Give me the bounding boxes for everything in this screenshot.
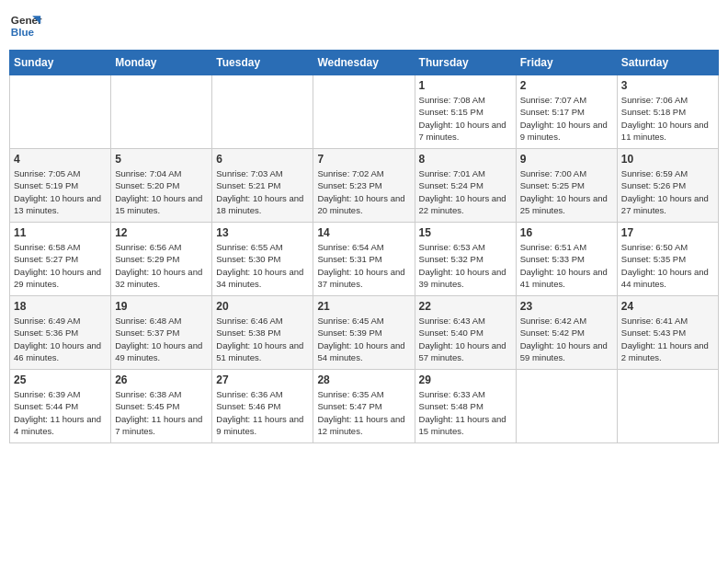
- week-row-1: 4Sunrise: 7:05 AMSunset: 5:19 PMDaylight…: [10, 149, 719, 223]
- day-number: 16: [520, 226, 613, 239]
- day-number: 20: [216, 300, 309, 313]
- calendar-cell: 5Sunrise: 7:04 AMSunset: 5:20 PMDaylight…: [111, 149, 212, 223]
- day-number: 6: [216, 153, 309, 166]
- day-header-thursday: Thursday: [415, 51, 516, 75]
- calendar-cell: 27Sunrise: 6:36 AMSunset: 5:46 PMDayligh…: [212, 370, 313, 443]
- calendar-cell: 12Sunrise: 6:56 AMSunset: 5:29 PMDayligh…: [111, 223, 212, 296]
- calendar-cell: 15Sunrise: 6:53 AMSunset: 5:32 PMDayligh…: [415, 223, 516, 296]
- day-number: 2: [520, 79, 613, 92]
- calendar-cell: [10, 75, 111, 149]
- day-number: 3: [621, 79, 714, 92]
- calendar-cell: 1Sunrise: 7:08 AMSunset: 5:15 PMDaylight…: [415, 75, 516, 149]
- day-info: Sunrise: 6:43 AMSunset: 5:40 PMDaylight:…: [419, 315, 512, 363]
- day-number: 19: [115, 300, 208, 313]
- day-info: Sunrise: 6:38 AMSunset: 5:45 PMDaylight:…: [115, 388, 208, 437]
- day-info: Sunrise: 6:51 AMSunset: 5:33 PMDaylight:…: [520, 241, 613, 290]
- day-info: Sunrise: 6:42 AMSunset: 5:42 PMDaylight:…: [520, 315, 613, 363]
- calendar-cell: [313, 75, 415, 149]
- day-info: Sunrise: 6:45 AMSunset: 5:39 PMDaylight:…: [317, 315, 410, 363]
- calendar-cell: 25Sunrise: 6:39 AMSunset: 5:44 PMDayligh…: [10, 370, 111, 443]
- day-number: 11: [14, 226, 107, 239]
- calendar-cell: 18Sunrise: 6:49 AMSunset: 5:36 PMDayligh…: [10, 296, 111, 370]
- day-info: Sunrise: 6:56 AMSunset: 5:29 PMDaylight:…: [115, 241, 208, 290]
- day-info: Sunrise: 6:48 AMSunset: 5:37 PMDaylight:…: [115, 315, 208, 363]
- day-number: 17: [621, 226, 714, 239]
- calendar-cell: 4Sunrise: 7:05 AMSunset: 5:19 PMDaylight…: [10, 149, 111, 223]
- day-number: 8: [419, 153, 512, 166]
- day-number: 4: [14, 153, 107, 166]
- day-info: Sunrise: 6:53 AMSunset: 5:32 PMDaylight:…: [419, 241, 512, 290]
- calendar-cell: 22Sunrise: 6:43 AMSunset: 5:40 PMDayligh…: [415, 296, 516, 370]
- logo: General Blue: [9, 9, 42, 42]
- day-number: 22: [419, 300, 512, 313]
- day-info: Sunrise: 6:59 AMSunset: 5:26 PMDaylight:…: [621, 167, 714, 216]
- calendar-cell: 9Sunrise: 7:00 AMSunset: 5:25 PMDaylight…: [516, 149, 617, 223]
- calendar-cell: 20Sunrise: 6:46 AMSunset: 5:38 PMDayligh…: [212, 296, 313, 370]
- day-info: Sunrise: 7:08 AMSunset: 5:15 PMDaylight:…: [419, 94, 512, 143]
- day-number: 29: [419, 373, 512, 386]
- day-info: Sunrise: 6:36 AMSunset: 5:46 PMDaylight:…: [216, 388, 309, 437]
- calendar-cell: 3Sunrise: 7:06 AMSunset: 5:18 PMDaylight…: [617, 75, 718, 149]
- day-info: Sunrise: 6:49 AMSunset: 5:36 PMDaylight:…: [14, 315, 107, 363]
- day-header-monday: Monday: [111, 51, 212, 75]
- day-header-tuesday: Tuesday: [212, 51, 313, 75]
- day-info: Sunrise: 7:07 AMSunset: 5:17 PMDaylight:…: [520, 94, 613, 143]
- day-number: 7: [317, 153, 410, 166]
- week-row-3: 18Sunrise: 6:49 AMSunset: 5:36 PMDayligh…: [10, 296, 719, 370]
- calendar-cell: 10Sunrise: 6:59 AMSunset: 5:26 PMDayligh…: [617, 149, 718, 223]
- calendar-cell: [111, 75, 212, 149]
- day-info: Sunrise: 6:35 AMSunset: 5:47 PMDaylight:…: [317, 388, 410, 437]
- day-number: 13: [216, 226, 309, 239]
- calendar-table: SundayMondayTuesdayWednesdayThursdayFrid…: [9, 50, 719, 443]
- day-info: Sunrise: 6:58 AMSunset: 5:27 PMDaylight:…: [14, 241, 107, 290]
- day-info: Sunrise: 6:39 AMSunset: 5:44 PMDaylight:…: [14, 388, 107, 437]
- day-header-friday: Friday: [516, 51, 617, 75]
- day-number: 28: [317, 373, 410, 386]
- day-number: 9: [520, 153, 613, 166]
- day-info: Sunrise: 7:06 AMSunset: 5:18 PMDaylight:…: [621, 94, 714, 143]
- day-info: Sunrise: 7:05 AMSunset: 5:19 PMDaylight:…: [14, 167, 107, 216]
- day-info: Sunrise: 7:02 AMSunset: 5:23 PMDaylight:…: [317, 167, 410, 216]
- day-number: 25: [14, 373, 107, 386]
- day-number: 12: [115, 226, 208, 239]
- day-number: 5: [115, 153, 208, 166]
- day-number: 14: [317, 226, 410, 239]
- calendar-cell: 14Sunrise: 6:54 AMSunset: 5:31 PMDayligh…: [313, 223, 415, 296]
- day-number: 21: [317, 300, 410, 313]
- day-number: 24: [621, 300, 714, 313]
- calendar-cell: 7Sunrise: 7:02 AMSunset: 5:23 PMDaylight…: [313, 149, 415, 223]
- calendar-cell: 21Sunrise: 6:45 AMSunset: 5:39 PMDayligh…: [313, 296, 415, 370]
- day-info: Sunrise: 6:50 AMSunset: 5:35 PMDaylight:…: [621, 241, 714, 290]
- day-info: Sunrise: 6:55 AMSunset: 5:30 PMDaylight:…: [216, 241, 309, 290]
- calendar-cell: 24Sunrise: 6:41 AMSunset: 5:43 PMDayligh…: [617, 296, 718, 370]
- calendar-cell: 16Sunrise: 6:51 AMSunset: 5:33 PMDayligh…: [516, 223, 617, 296]
- week-row-0: 1Sunrise: 7:08 AMSunset: 5:15 PMDaylight…: [10, 75, 719, 149]
- day-number: 18: [14, 300, 107, 313]
- calendar-cell: 23Sunrise: 6:42 AMSunset: 5:42 PMDayligh…: [516, 296, 617, 370]
- calendar-cell: [617, 370, 718, 443]
- day-info: Sunrise: 6:54 AMSunset: 5:31 PMDaylight:…: [317, 241, 410, 290]
- day-header-wednesday: Wednesday: [313, 51, 415, 75]
- day-info: Sunrise: 7:03 AMSunset: 5:21 PMDaylight:…: [216, 167, 309, 216]
- day-info: Sunrise: 7:01 AMSunset: 5:24 PMDaylight:…: [419, 167, 512, 216]
- calendar-cell: 19Sunrise: 6:48 AMSunset: 5:37 PMDayligh…: [111, 296, 212, 370]
- calendar-cell: 17Sunrise: 6:50 AMSunset: 5:35 PMDayligh…: [617, 223, 718, 296]
- day-number: 10: [621, 153, 714, 166]
- calendar-cell: 26Sunrise: 6:38 AMSunset: 5:45 PMDayligh…: [111, 370, 212, 443]
- calendar-cell: 8Sunrise: 7:01 AMSunset: 5:24 PMDaylight…: [415, 149, 516, 223]
- day-info: Sunrise: 7:00 AMSunset: 5:25 PMDaylight:…: [520, 167, 613, 216]
- day-number: 27: [216, 373, 309, 386]
- day-number: 15: [419, 226, 512, 239]
- day-info: Sunrise: 6:33 AMSunset: 5:48 PMDaylight:…: [419, 388, 512, 437]
- calendar-cell: 11Sunrise: 6:58 AMSunset: 5:27 PMDayligh…: [10, 223, 111, 296]
- day-number: 1: [419, 79, 512, 92]
- week-row-4: 25Sunrise: 6:39 AMSunset: 5:44 PMDayligh…: [10, 370, 719, 443]
- calendar-cell: 28Sunrise: 6:35 AMSunset: 5:47 PMDayligh…: [313, 370, 415, 443]
- calendar-cell: [212, 75, 313, 149]
- day-info: Sunrise: 6:41 AMSunset: 5:43 PMDaylight:…: [621, 315, 714, 363]
- header: General Blue: [9, 9, 719, 42]
- day-number: 23: [520, 300, 613, 313]
- calendar-cell: 6Sunrise: 7:03 AMSunset: 5:21 PMDaylight…: [212, 149, 313, 223]
- day-number: 26: [115, 373, 208, 386]
- svg-text:Blue: Blue: [11, 26, 35, 38]
